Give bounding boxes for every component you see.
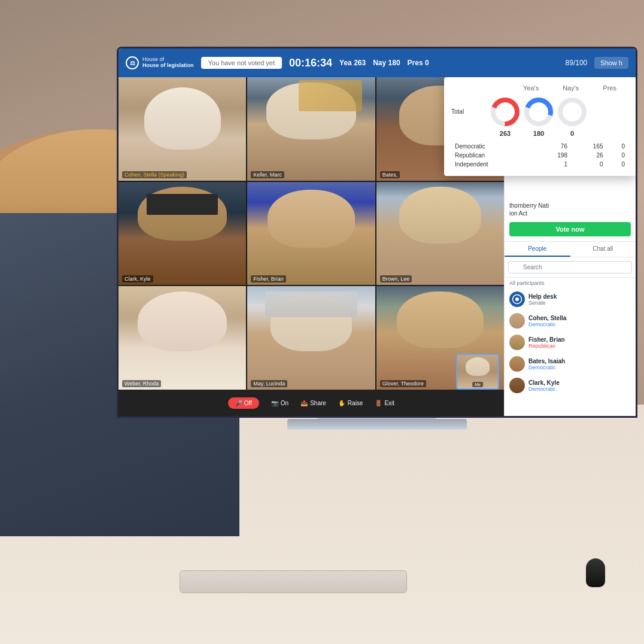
mic-off-button[interactable]: 🎤 Off — [228, 397, 259, 409]
me-label: Me — [472, 382, 483, 387]
independent-yea: 1 — [535, 160, 571, 169]
party-republican: Republican — [451, 151, 535, 160]
list-item: Fisher, Brian Republican — [505, 332, 636, 353]
search-bar: 🔍 — [505, 257, 636, 278]
participant-label-clark: Clark, Kyle — [122, 275, 153, 282]
app-ui: ⚖ House of House of legislation You have… — [119, 48, 636, 416]
video-cell-may: May, Lucinda — [247, 286, 375, 390]
table-row-republican: Republican 198 26 0 — [451, 151, 628, 160]
participant-party-helpdesk: Senate — [528, 300, 631, 306]
search-wrapper: 🔍 — [508, 261, 632, 274]
top-bar: ⚖ House of House of legislation You have… — [119, 48, 636, 77]
pres-header: Pres — [603, 84, 616, 92]
yea-donut: 263 — [490, 96, 521, 137]
keyboard — [180, 570, 407, 593]
avatar-clark — [509, 378, 525, 393]
republican-nay: 26 — [571, 151, 607, 160]
camera-button[interactable]: 📷 On — [271, 400, 288, 406]
nay-total: 180 — [523, 130, 554, 137]
participant-label-may: May, Lucinda — [251, 380, 287, 387]
list-item: Cohen, Stella Democratic — [505, 310, 636, 332]
democratic-pres: 0 — [607, 142, 628, 151]
video-cell-fisher: Fisher, Brian — [247, 182, 375, 285]
bill-panel: thornberry Nati ion Act Vote now — [505, 197, 636, 242]
participant-label-keller: Keller, Marc — [251, 171, 284, 178]
me-thumbnail: Me — [456, 354, 499, 390]
pres-count: Pres 0 — [408, 59, 429, 67]
list-item: Help desk Senate — [505, 288, 636, 310]
party-independent: Independent — [451, 160, 535, 169]
yeas-header: Yea's — [523, 84, 539, 92]
nay-donut-svg — [523, 96, 554, 127]
video-cell-weber: Weber, Rhoda — [119, 286, 246, 390]
show-button[interactable]: Show h — [594, 57, 628, 69]
camera-icon: 📷 — [271, 400, 278, 406]
mouse — [586, 558, 605, 587]
avatar-cohen — [509, 313, 525, 329]
independent-pres: 0 — [607, 160, 628, 169]
panel-tabs: People Chat all — [505, 242, 636, 257]
nay-donut: 180 — [523, 96, 554, 137]
video-cell-brown: Brown, Lee — [376, 182, 504, 285]
yea-donut-svg — [490, 96, 521, 127]
avatar-fisher — [509, 335, 525, 350]
nay-count: Nay 180 — [373, 59, 400, 67]
logo: ⚖ House of House of legislation — [126, 56, 194, 69]
participant-party-clark: Democratic — [528, 386, 631, 392]
pres-donut-svg — [557, 96, 588, 127]
monitor-screen: ⚖ House of House of legislation You have… — [117, 47, 637, 418]
share-button[interactable]: 📤 Share — [300, 400, 326, 406]
member-count: 89/100 — [566, 59, 588, 67]
vote-counts: Yea 263 Nay 180 Pres 0 — [339, 59, 429, 67]
participant-label-weber: Weber, Rhoda — [122, 380, 161, 387]
vote-table: Democratic 76 165 0 Republican 198 26 — [451, 142, 628, 169]
raise-icon: ✋ — [338, 400, 345, 406]
logo-icon: ⚖ — [126, 56, 139, 69]
republican-pres: 0 — [607, 151, 628, 160]
participant-name-helpdesk: Help desk — [528, 293, 631, 300]
participant-label-bates: Bates, — [380, 171, 400, 178]
participant-name-cohen: Cohen, Stella — [528, 315, 631, 321]
table-row-democratic: Democratic 76 165 0 — [451, 142, 628, 151]
raise-button[interactable]: ✋ Raise — [338, 400, 363, 406]
vote-overlay-header: Yea's Nay's Pres — [451, 84, 628, 92]
participant-info-cohen: Cohen, Stella Democratic — [528, 315, 631, 327]
democratic-nay: 165 — [571, 142, 607, 151]
participants-label: All participants — [505, 278, 636, 288]
main-content: Cohen, Stella (Speaking) Keller, Marc — [119, 77, 636, 416]
tab-chat[interactable]: Chat all — [570, 242, 636, 257]
tab-people[interactable]: People — [505, 242, 570, 257]
mic-icon: 🎤 — [235, 400, 242, 406]
list-item: Bates, Isaiah Democratic — [505, 353, 636, 375]
party-democratic: Democratic — [451, 142, 535, 151]
democratic-yea: 76 — [535, 142, 571, 151]
pres-total: 0 — [557, 130, 588, 137]
svg-point-4 — [560, 100, 584, 124]
participant-label-brown: Brown, Lee — [380, 275, 412, 282]
participant-name-clark: Clark, Kyle — [528, 379, 631, 386]
bill-title: thornberry Nati ion Act — [509, 202, 631, 217]
pres-donut: 0 — [557, 96, 588, 137]
participant-name-bates: Bates, Isaiah — [528, 358, 631, 364]
right-panels: Yea's Nay's Pres Total — [504, 77, 636, 416]
exit-button[interactable]: 🚪 Exit — [375, 400, 394, 406]
list-item: Clark, Kyle Democratic — [505, 375, 636, 396]
donut-section: Total 263 — [451, 96, 628, 137]
video-cell-cohen: Cohen, Stella (Speaking) — [119, 77, 246, 181]
participant-info-helpdesk: Help desk Senate — [528, 293, 631, 306]
total-label: Total — [451, 96, 487, 115]
people-panel: People Chat all 🔍 All participants — [505, 242, 636, 416]
participant-list: Help desk Senate Cohen, Stella D — [505, 288, 636, 416]
nays-header: Nay's — [563, 84, 579, 92]
participant-name-fisher: Fisher, Brian — [528, 336, 631, 343]
video-cell-clark: Clark, Kyle — [119, 182, 246, 285]
session-timer: 00:16:34 — [289, 57, 332, 69]
search-input[interactable] — [508, 261, 632, 274]
participant-label-cohen: Cohen, Stella (Speaking) — [122, 171, 187, 178]
exit-icon: 🚪 — [375, 400, 382, 406]
vote-now-button[interactable]: Vote now — [509, 222, 631, 236]
yea-count: Yea 263 — [339, 59, 366, 67]
share-icon: 📤 — [300, 400, 308, 406]
vote-overlay: Yea's Nay's Pres Total — [444, 77, 636, 176]
participant-party-cohen: Democratic — [528, 321, 631, 327]
